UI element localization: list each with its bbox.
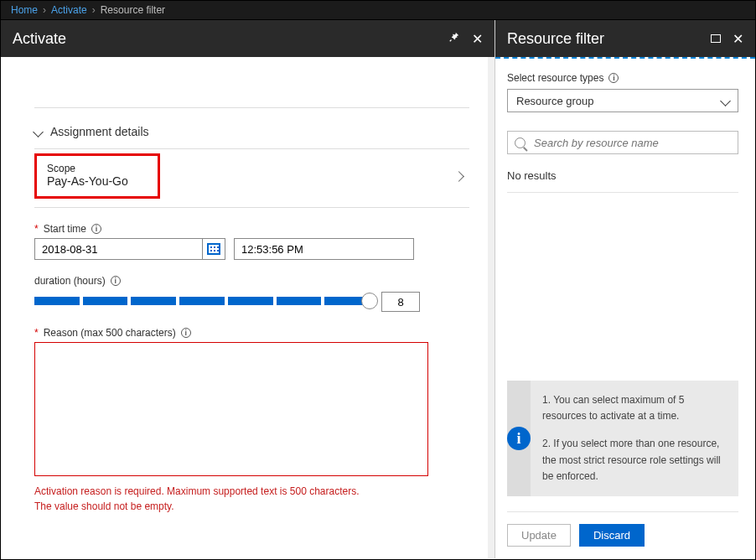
- breadcrumb: Home › Activate › Resource filter: [1, 1, 755, 20]
- assignment-details-accordion[interactable]: Assignment details: [34, 120, 469, 149]
- info-icon[interactable]: i: [111, 276, 121, 286]
- calendar-icon: [207, 243, 220, 255]
- scope-value: Pay-As-You-Go: [47, 174, 148, 188]
- tip-line-2: 2. If you select more than one resource,…: [542, 436, 727, 485]
- duration-slider[interactable]: [34, 297, 370, 307]
- update-button[interactable]: Update: [507, 524, 571, 547]
- pin-icon[interactable]: [448, 31, 460, 46]
- slider-thumb[interactable]: [361, 293, 378, 309]
- info-icon[interactable]: i: [608, 73, 619, 83]
- chevron-right-icon: ›: [43, 4, 46, 16]
- divider: [495, 57, 755, 59]
- search-input[interactable]: [532, 136, 731, 150]
- chevron-right-icon: ›: [92, 4, 96, 16]
- no-results-text: No results: [507, 169, 738, 193]
- section-title: Assignment details: [50, 125, 149, 138]
- chevron-right-icon[interactable]: [455, 170, 463, 183]
- reason-textarea[interactable]: [34, 342, 428, 476]
- panel-header-resource-filter: Resource filter ✕: [495, 20, 755, 57]
- chevron-down-icon: [34, 125, 42, 138]
- select-resource-types-label: Select resource types i: [507, 72, 738, 84]
- maximize-icon[interactable]: [711, 33, 721, 45]
- resource-type-select[interactable]: Resource group: [507, 89, 738, 112]
- scope-label: Scope: [47, 163, 148, 174]
- duration-label: duration (hours) i: [34, 275, 469, 287]
- scope-row[interactable]: Scope Pay-As-You-Go: [34, 149, 469, 208]
- scrollbar[interactable]: [488, 57, 495, 558]
- panel-header-activate: Activate ✕: [1, 20, 495, 57]
- start-time-label: *Start time i: [34, 223, 469, 235]
- tip-line-1: 1. You can select maximum of 5 resources…: [542, 392, 727, 424]
- search-icon: [515, 137, 526, 148]
- reason-error: Activation reason is required. Maximum s…: [34, 484, 469, 514]
- chevron-down-icon: [722, 95, 729, 107]
- reason-label: *Reason (max 500 characters) i: [34, 327, 469, 339]
- svg-line-0: [450, 40, 452, 42]
- select-value: Resource group: [516, 95, 594, 107]
- start-date-input[interactable]: [34, 238, 202, 260]
- info-icon[interactable]: i: [181, 328, 191, 338]
- resource-search[interactable]: [507, 131, 738, 154]
- breadcrumb-current: Resource filter: [101, 4, 165, 16]
- scope-highlight: Scope Pay-As-You-Go: [34, 153, 160, 199]
- calendar-button[interactable]: [202, 238, 225, 260]
- panel-title: Resource filter: [507, 30, 604, 48]
- discard-button[interactable]: Discard: [579, 524, 645, 547]
- close-icon[interactable]: ✕: [733, 31, 743, 47]
- breadcrumb-home[interactable]: Home: [11, 4, 38, 16]
- start-time-input[interactable]: [234, 238, 414, 260]
- duration-value-input[interactable]: [381, 292, 420, 312]
- panel-title: Activate: [13, 30, 66, 48]
- info-icon[interactable]: i: [91, 224, 101, 234]
- info-tip: i 1. You can select maximum of 5 resourc…: [507, 381, 738, 496]
- info-icon: i: [507, 427, 531, 450]
- breadcrumb-activate[interactable]: Activate: [51, 4, 87, 16]
- close-icon[interactable]: ✕: [472, 31, 483, 47]
